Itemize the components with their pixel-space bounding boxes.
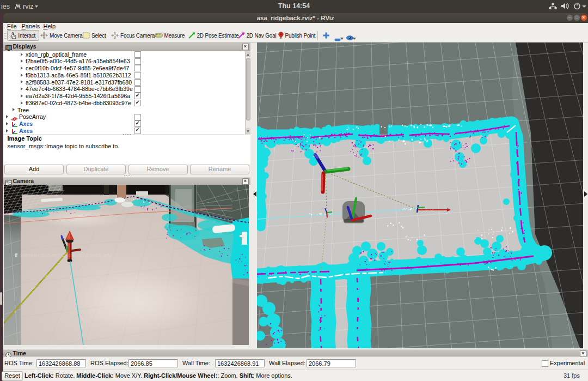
svg-text:ff: ff xyxy=(15,252,17,258)
svg-text:3687e0-02cd-4873-b4be-dbb83093: 3687e0-02cd-4873-b4be-dbb83093c97e xyxy=(20,252,112,258)
